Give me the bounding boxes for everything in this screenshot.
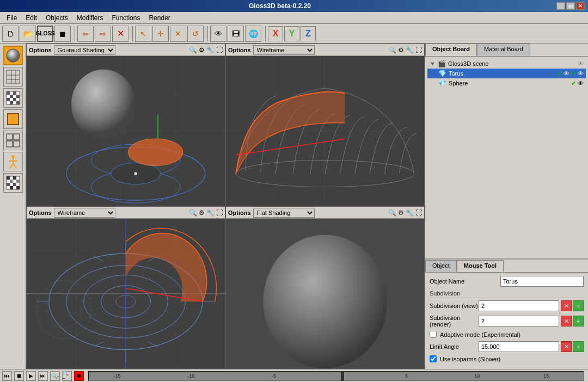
tl-first-button[interactable]: ⏮: [2, 371, 12, 381]
save-button[interactable]: GLOSS: [37, 26, 53, 42]
vp-br-content[interactable]: [226, 219, 424, 368]
sphere-tool[interactable]: [3, 46, 23, 65]
subdiv-render-plus[interactable]: +: [573, 316, 584, 326]
maximize-button[interactable]: ▭: [566, 2, 575, 10]
board-tab-material[interactable]: Material Board: [477, 44, 530, 56]
tl-last-button[interactable]: ⏭: [38, 371, 48, 381]
tl-zoom-out-button[interactable]: 🔍-: [50, 371, 60, 381]
tl-record-button[interactable]: ⏺: [74, 371, 84, 381]
tree-arrow-scene: ▼: [430, 60, 436, 67]
torus-eye-icon[interactable]: 👁: [564, 70, 569, 77]
tl-zoom-in-button[interactable]: 🔍+: [62, 371, 72, 381]
vp-tl-mode-select[interactable]: Gouraud Shading Wireframe Flat Shading: [54, 45, 115, 55]
torus-eye2-icon[interactable]: 👁: [578, 70, 584, 77]
render-button[interactable]: ◼: [54, 26, 71, 42]
vp-bl-gear-icon[interactable]: 🔧: [206, 209, 215, 217]
prop-tab-object[interactable]: Object: [425, 260, 457, 272]
vp-tl-settings-icon[interactable]: ⚙: [199, 46, 205, 54]
subdiv-view-minus[interactable]: ✕: [561, 300, 572, 311]
vp-br-expand-icon[interactable]: ⛶: [415, 209, 422, 217]
vp-tr-expand-icon[interactable]: ⛶: [415, 46, 422, 54]
vp-tl-gear-icon[interactable]: 🔧: [206, 46, 215, 54]
prop-input-subdiv-render[interactable]: [479, 316, 559, 326]
select-button[interactable]: ↖: [135, 26, 151, 42]
vp-bl-expand-icon[interactable]: ⛶: [216, 209, 223, 217]
subdiv-view-plus[interactable]: +: [573, 300, 584, 311]
torus-check-icon[interactable]: ✔: [557, 70, 562, 77]
sphere-eye-icon[interactable]: 👁: [578, 80, 584, 87]
vp-tr-search-icon[interactable]: 🔍: [388, 46, 396, 54]
tl-play-button[interactable]: ▶: [26, 371, 36, 381]
menu-render[interactable]: Render: [144, 13, 174, 23]
move-button[interactable]: ✛: [152, 26, 169, 42]
vp-br-gear-icon[interactable]: 🔧: [406, 209, 414, 217]
axis-y-button[interactable]: Y: [284, 26, 299, 41]
grid-tool[interactable]: [3, 67, 23, 87]
open-button[interactable]: 📂: [20, 26, 36, 42]
svg-line-23: [10, 164, 13, 168]
vp-tl-content[interactable]: [27, 56, 225, 206]
close-button[interactable]: ✕: [576, 2, 585, 10]
tree-item-scene[interactable]: ▼ 🎬 Gloss3D scene 👁: [427, 59, 586, 69]
scene-eye-icon[interactable]: 👁: [578, 60, 584, 67]
prop-input-subdiv-view[interactable]: [479, 300, 559, 311]
use-isoparms-label: Use isoparms (Slower): [440, 356, 500, 362]
sphere-check-icon[interactable]: ✔: [571, 80, 576, 87]
limit-angle-minus[interactable]: ✕: [561, 341, 572, 352]
eye-button[interactable]: 👁: [210, 26, 226, 42]
prop-input-limit-angle[interactable]: [479, 341, 559, 352]
new-button[interactable]: 🗋: [2, 26, 19, 42]
undo-button[interactable]: ⇦: [77, 26, 94, 42]
vp-br-search-icon[interactable]: 🔍: [388, 209, 396, 217]
film-button[interactable]: 🎞: [228, 26, 244, 42]
adaptive-mode-checkbox[interactable]: [430, 331, 437, 338]
redo-button[interactable]: ⇨: [95, 26, 111, 42]
prop-input-object-name[interactable]: [500, 276, 584, 287]
vp-tr-settings-icon[interactable]: ⚙: [398, 46, 404, 54]
menu-functions[interactable]: Functions: [107, 13, 144, 23]
quad-tool[interactable]: [3, 131, 23, 150]
prop-tab-mousetool[interactable]: Mouse Tool: [457, 260, 504, 272]
vp-tr-gear-icon[interactable]: 🔧: [406, 46, 414, 54]
axis-x-button[interactable]: X: [268, 26, 283, 41]
vp-br-settings-icon[interactable]: ⚙: [398, 209, 404, 217]
limit-angle-plus[interactable]: +: [573, 341, 584, 352]
tl-stop-button[interactable]: ⏹: [14, 371, 24, 381]
vp-tl-expand-icon[interactable]: ⛶: [216, 46, 223, 54]
viewport-top-right[interactable]: Options Wireframe Gouraud Shading Flat S…: [225, 44, 425, 206]
viewport-top-left[interactable]: Options Gouraud Shading Wireframe Flat S…: [26, 44, 225, 206]
prop-row-limit-angle: Limit Angle ✕ +: [430, 341, 584, 352]
vp-bl-settings-icon[interactable]: ⚙: [199, 209, 205, 217]
checkerboard-tool[interactable]: [3, 88, 23, 108]
rotate-button[interactable]: ↺: [187, 26, 204, 42]
vp-bl-content[interactable]: [27, 219, 225, 368]
viewport-bottom-left[interactable]: Options Wireframe Gouraud Shading Flat S…: [26, 206, 225, 369]
vp-br-mode-select[interactable]: Flat Shading Wireframe Gouraud Shading: [253, 208, 315, 218]
use-isoparms-checkbox[interactable]: [430, 355, 437, 362]
tree-item-sphere[interactable]: 💎 Sphere ✔ 👁: [427, 78, 586, 88]
board-tab-object[interactable]: Object Board: [425, 44, 477, 56]
torus-check2-icon[interactable]: ✔: [571, 70, 576, 77]
scale-button[interactable]: ✕: [170, 26, 186, 42]
square-tool[interactable]: [3, 109, 23, 129]
vp-tr-content[interactable]: [226, 56, 424, 206]
menu-objects[interactable]: Objects: [41, 13, 72, 23]
menu-file[interactable]: File: [2, 13, 21, 23]
minimize-button[interactable]: _: [556, 2, 565, 10]
viewport-bottom-right[interactable]: Options Flat Shading Wireframe Gouraud S…: [225, 206, 425, 369]
vp-bl-mode-select[interactable]: Wireframe Gouraud Shading Flat Shading: [54, 208, 115, 218]
menu-edit[interactable]: Edit: [21, 13, 41, 23]
vp-tl-search-icon[interactable]: 🔍: [189, 46, 197, 54]
vp-bl-search-icon[interactable]: 🔍: [189, 209, 197, 217]
tree-icon-sphere: 💎: [438, 79, 446, 87]
axis-z-button[interactable]: Z: [301, 26, 316, 41]
subdiv-render-minus[interactable]: ✕: [561, 316, 572, 326]
delete-button[interactable]: ✕: [112, 26, 128, 42]
globe-button[interactable]: 🌐: [245, 26, 261, 42]
checkerboard2-tool[interactable]: [3, 173, 23, 193]
tree-item-torus[interactable]: 💎 Torus ✔ 👁 ✔ 👁: [427, 69, 586, 78]
menu-modifiers[interactable]: Modifiers: [72, 13, 108, 23]
figure-tool[interactable]: [3, 152, 23, 171]
vp-tr-mode-select[interactable]: Wireframe Gouraud Shading Flat Shading: [253, 45, 315, 55]
tl-playhead[interactable]: [341, 372, 344, 381]
